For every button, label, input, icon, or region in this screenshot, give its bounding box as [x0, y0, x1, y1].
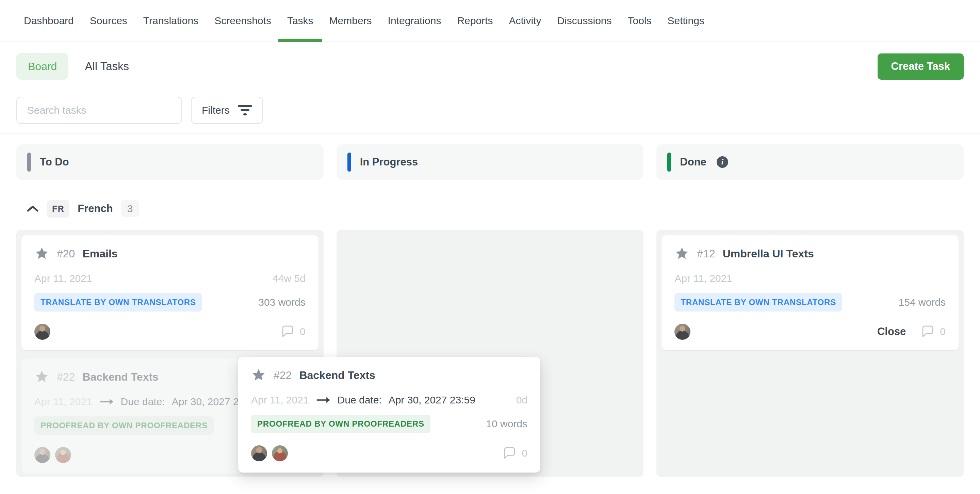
- nav-members[interactable]: Members: [329, 0, 372, 41]
- comment-count: 0: [940, 326, 946, 338]
- filter-icon: [238, 105, 252, 115]
- column-header-done: Done i: [656, 144, 964, 180]
- task-title: Backend Texts: [82, 371, 159, 383]
- chevron-up-icon: [27, 205, 39, 212]
- task-type-badge: PROOFREAD BY OWN PROOFREADERS: [34, 416, 214, 435]
- info-icon[interactable]: i: [717, 156, 728, 168]
- task-title: Backend Texts: [299, 369, 375, 382]
- arrow-right-icon: [316, 396, 331, 404]
- collapse-group-button[interactable]: [27, 205, 39, 212]
- comment-count: 0: [522, 447, 527, 459]
- avatar: [251, 445, 267, 461]
- create-task-button[interactable]: Create Task: [878, 53, 964, 80]
- comments-button[interactable]: 0: [280, 325, 305, 339]
- task-date: Apr 11, 2021: [34, 273, 92, 284]
- avatar: [34, 324, 50, 340]
- column-label: In Progress: [360, 156, 418, 168]
- task-date: Apr 11, 2021: [675, 273, 732, 284]
- nav-reports[interactable]: Reports: [457, 0, 493, 41]
- word-count: 303 words: [258, 296, 305, 308]
- top-nav: Dashboard Sources Translations Screensho…: [0, 0, 980, 42]
- task-id: #20: [57, 247, 75, 260]
- search-input[interactable]: [16, 97, 182, 124]
- nav-tasks[interactable]: Tasks: [287, 0, 313, 41]
- language-code-badge: FR: [47, 200, 69, 218]
- divider: [0, 134, 980, 134]
- todo-color-bar: [27, 153, 31, 172]
- due-date: Apr 30, 2027 23:59: [388, 394, 476, 406]
- nav-sources[interactable]: Sources: [90, 0, 127, 41]
- nav-integrations[interactable]: Integrations: [388, 0, 441, 41]
- task-card-emails[interactable]: #20 Emails Apr 11, 2021 44w 5d TRANSLATE…: [21, 235, 318, 350]
- arrow-right-icon: [99, 398, 114, 406]
- due-date-label: Due date:: [337, 394, 382, 406]
- tab-board[interactable]: Board: [16, 53, 68, 80]
- filters-label: Filters: [202, 105, 230, 116]
- comment-icon: [280, 325, 294, 339]
- avatar: [55, 447, 71, 463]
- filters-button[interactable]: Filters: [191, 97, 263, 124]
- star-icon[interactable]: [675, 246, 689, 261]
- comments-button[interactable]: 0: [502, 446, 527, 460]
- column-header-todo: To Do: [16, 144, 324, 180]
- task-type-badge: PROOFREAD BY OWN PROOFREADERS: [251, 415, 430, 433]
- nav-discussions[interactable]: Discussions: [557, 0, 611, 41]
- nav-settings[interactable]: Settings: [668, 0, 705, 41]
- comments-button[interactable]: 0: [920, 325, 946, 339]
- nav-activity[interactable]: Activity: [509, 0, 541, 41]
- task-type-badge: TRANSLATE BY OWN TRANSLATORS: [675, 293, 842, 312]
- nav-dashboard[interactable]: Dashboard: [24, 0, 74, 41]
- lane-done: #12 Umbrella UI Texts Apr 11, 2021 TRANS…: [656, 230, 964, 476]
- task-title: Umbrella UI Texts: [723, 247, 814, 260]
- comment-icon: [920, 325, 934, 339]
- column-label: Done: [680, 156, 706, 168]
- dragged-task-card-backend[interactable]: #22 Backend Texts Apr 11, 2021 Due date:…: [238, 357, 540, 473]
- in-progress-color-bar: [347, 153, 351, 172]
- task-title: Emails: [82, 247, 118, 260]
- star-icon[interactable]: [34, 246, 49, 261]
- nav-translations[interactable]: Translations: [143, 0, 198, 41]
- avatar: [34, 447, 50, 463]
- word-count: 154 words: [899, 296, 946, 308]
- task-id: #22: [274, 369, 292, 382]
- tasks-toolbar: Board All Tasks Create Task: [16, 53, 964, 80]
- star-icon: [251, 368, 266, 382]
- task-id: #12: [697, 247, 715, 260]
- task-card-umbrella[interactable]: #12 Umbrella UI Texts Apr 11, 2021 TRANS…: [662, 235, 959, 350]
- column-label: To Do: [40, 156, 69, 168]
- word-count: 10 words: [486, 418, 527, 430]
- board-column-headers: To Do In Progress Done i: [16, 144, 964, 180]
- language-group-row: FR French 3: [16, 199, 964, 218]
- comment-count: 0: [300, 326, 305, 338]
- tab-all-tasks[interactable]: All Tasks: [85, 60, 129, 73]
- avatar: [675, 324, 690, 340]
- task-type-badge: TRANSLATE BY OWN TRANSLATORS: [34, 293, 202, 312]
- close-task-button[interactable]: Close: [877, 325, 906, 338]
- language-name: French: [78, 202, 113, 215]
- time-left: 0d: [516, 394, 527, 406]
- avatar: [272, 445, 288, 461]
- time-left: 44w 5d: [272, 273, 305, 284]
- task-date: Apr 11, 2021: [34, 396, 92, 408]
- nav-tools[interactable]: Tools: [628, 0, 652, 41]
- task-date: Apr 11, 2021: [251, 394, 309, 406]
- star-icon: [34, 370, 49, 384]
- done-color-bar: [667, 153, 671, 172]
- task-count-badge: 3: [121, 200, 139, 217]
- task-id: #22: [57, 371, 75, 383]
- due-date-label: Due date:: [121, 396, 165, 408]
- column-header-in-progress: In Progress: [337, 144, 644, 180]
- nav-screenshots[interactable]: Screenshots: [215, 0, 271, 41]
- search-row: Filters: [16, 97, 964, 124]
- comment-icon: [502, 446, 516, 460]
